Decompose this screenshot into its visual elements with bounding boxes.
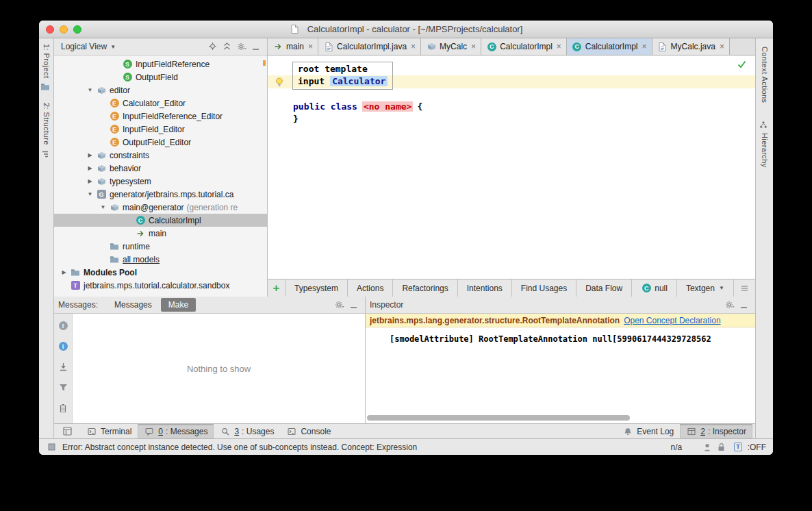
messages-tab-make[interactable]: Make: [161, 298, 196, 312]
keyword-cell[interactable]: public class: [293, 101, 357, 112]
tree-item-label: generator/jetbrains.mps.tutorial.ca: [110, 190, 233, 199]
open-brace-cell[interactable]: {: [417, 101, 422, 112]
tree-item-behavior[interactable]: ▶behavior: [54, 162, 267, 175]
close-icon[interactable]: ×: [557, 42, 561, 51]
tree-item-modules-pool[interactable]: ▶Modules Pool: [54, 266, 267, 279]
editor-tab-calculatorimpl-java[interactable]: CalculatorImpl.java×: [318, 38, 421, 55]
mnemonic: 2: [700, 427, 705, 436]
bulb-icon[interactable]: [274, 77, 285, 87]
clear-icon[interactable]: [56, 401, 71, 414]
error-filter-icon[interactable]: !: [56, 319, 71, 332]
editor-tab-mycalc[interactable]: MyCalc×: [421, 38, 481, 55]
messages-tab-messages[interactable]: Messages: [107, 298, 160, 312]
collapse-all-icon[interactable]: [220, 40, 234, 53]
template-input-reference-cell[interactable]: Calculator: [330, 76, 388, 86]
view-selector[interactable]: Logical View ▼: [58, 42, 118, 51]
tree-item-outputfield-editor[interactable]: EOutputField_Editor: [54, 136, 267, 149]
root-template-annotation[interactable]: root template inputCalculator: [292, 62, 393, 90]
locate-icon[interactable]: [205, 40, 220, 53]
title-bar[interactable]: CalculatorImpl - calculator - [~/MPSProj…: [39, 21, 773, 38]
dock-button-context-actions[interactable]: Context Actions: [761, 47, 769, 103]
editor-tab-calculatorimpl[interactable]: CCalculatorImpl×: [481, 38, 567, 55]
hide-icon[interactable]: [249, 40, 263, 53]
tree-expand-arrow[interactable]: ▼: [97, 204, 109, 210]
toolwindow-button-3-usages[interactable]: 3: Usages: [214, 424, 280, 438]
tree-item-main-generator[interactable]: ▼main@generator(generation re: [54, 201, 267, 214]
toolwindow-button-0-messages[interactable]: 0: Messages: [138, 424, 214, 438]
aspect-tab-find-usages[interactable]: Find Usages: [512, 279, 576, 297]
tree-expand-arrow[interactable]: ▶: [84, 178, 96, 184]
aspect-tab-intentions[interactable]: Intentions: [458, 279, 512, 297]
close-icon[interactable]: ×: [471, 42, 476, 51]
tool-windows-menu[interactable]: [57, 424, 80, 438]
minimize-window-button[interactable]: [60, 25, 68, 34]
tree-item-constraints[interactable]: ▶constraints: [54, 149, 267, 162]
gear-icon[interactable]: [722, 298, 737, 311]
close-icon[interactable]: ×: [308, 42, 313, 51]
dock-button-hierarchy[interactable]: Hierarchy: [758, 119, 772, 168]
tree-item-main[interactable]: main: [54, 227, 267, 240]
aspect-tab-actions[interactable]: Actions: [348, 279, 393, 297]
missing-name-cell[interactable]: <no name>: [362, 101, 413, 112]
editor-tab-mycalc-java[interactable]: MyCalc.java×: [652, 38, 730, 55]
editor-tab-calculatorimpl[interactable]: CCalculatorImpl×: [567, 38, 652, 55]
tree-expand-arrow[interactable]: ▶: [58, 269, 70, 275]
tree-item-calculator-editor[interactable]: ECalculator_Editor: [54, 97, 267, 110]
close-icon[interactable]: ×: [720, 42, 724, 51]
inspector-node-text[interactable]: [smodelAttribute] RootTemplateAnnotation…: [390, 334, 755, 344]
annotation-header-cell[interactable]: root template: [298, 63, 388, 75]
tree-item-all-models[interactable]: all models: [54, 253, 267, 266]
hidden-tabs-indicator[interactable]: 11: [734, 279, 755, 297]
export-icon[interactable]: [56, 360, 71, 373]
status-square-icon[interactable]: [46, 442, 57, 452]
tree-item-runtime[interactable]: runtime: [54, 240, 267, 253]
tree-item-typesystem[interactable]: ▶typesystem: [54, 175, 267, 188]
aspect-tab-null[interactable]: Cnull: [632, 279, 677, 297]
editor-area[interactable]: root template inputCalculator public cla…: [268, 55, 755, 279]
toolwindow-button-console[interactable]: Console: [280, 424, 337, 438]
horizontal-scrollbar[interactable]: [367, 415, 754, 421]
open-concept-declaration-link[interactable]: Open Concept Declaration: [624, 316, 720, 325]
class-declaration-line[interactable]: public class<no name>{: [293, 101, 422, 113]
tree-item-inputfield-editor[interactable]: EInputField_Editor: [54, 123, 267, 136]
aspect-tab-data-flow[interactable]: Data Flow: [576, 279, 632, 297]
dock-button-2-structure[interactable]: 2: Structure: [40, 103, 53, 159]
gear-icon[interactable]: [234, 40, 249, 53]
tree-item-inputfieldreference-editor[interactable]: EInputFieldReference_Editor: [54, 110, 267, 123]
close-brace-line[interactable]: }: [293, 113, 299, 125]
editor-tab-main[interactable]: main×: [268, 38, 318, 55]
tree-expand-arrow[interactable]: ▼: [84, 87, 96, 93]
window-title-group: CalculatorImpl - calculator - [~/MPSProj…: [290, 24, 523, 34]
dock-button-1-project[interactable]: 1: Project: [40, 44, 53, 92]
tree-item-editor[interactable]: ▼editor: [54, 84, 267, 97]
tree-item-inputfieldreference[interactable]: SInputFieldReference: [54, 58, 267, 71]
hector-icon[interactable]: [700, 440, 714, 453]
aspect-tab-refactorings[interactable]: Refactorings: [393, 279, 457, 297]
tree-expand-arrow[interactable]: ▼: [84, 191, 96, 197]
toolwindow-button-2-inspector[interactable]: 2: Inspector: [680, 424, 752, 438]
hide-icon[interactable]: [346, 299, 361, 312]
close-window-button[interactable]: [46, 25, 54, 34]
filter-icon[interactable]: [56, 381, 71, 394]
toolwindow-button-event-log[interactable]: Event Log: [616, 424, 680, 438]
hide-icon[interactable]: [737, 299, 751, 312]
add-aspect-button[interactable]: +: [268, 279, 286, 297]
tree-item-label: OutputField_Editor: [123, 138, 191, 147]
tree-expand-arrow[interactable]: ▶: [84, 152, 96, 158]
tree-item-jetbrains-mps-tutorial-calculator-sandbox[interactable]: Tjetbrains.mps.tutorial.calculator.sandb…: [54, 279, 267, 292]
scrollbar-thumb[interactable]: [367, 415, 630, 421]
aspect-tab-typesystem[interactable]: Typesystem: [286, 279, 348, 297]
tree-item-generator-jetbrains-mps-tutorial-ca[interactable]: ▼Ggenerator/jetbrains.mps.tutorial.ca: [54, 188, 267, 201]
tree-expand-arrow[interactable]: ▶: [84, 165, 96, 171]
tree-item-outputfield[interactable]: SOutputField: [54, 71, 267, 84]
close-icon[interactable]: ×: [642, 42, 647, 51]
aspect-tab-textgen[interactable]: Textgen▼: [677, 279, 734, 297]
toolwindow-button-terminal[interactable]: Terminal: [80, 424, 138, 438]
zoom-window-button[interactable]: [73, 25, 81, 34]
info-filter-icon[interactable]: i: [56, 340, 71, 353]
input-keyword-cell[interactable]: input: [298, 76, 325, 86]
lock-icon[interactable]: [714, 440, 728, 453]
close-icon[interactable]: ×: [411, 42, 416, 51]
tree-item-calculatorimpl[interactable]: CCalculatorImpl: [54, 214, 267, 227]
gear-icon[interactable]: [332, 298, 346, 311]
